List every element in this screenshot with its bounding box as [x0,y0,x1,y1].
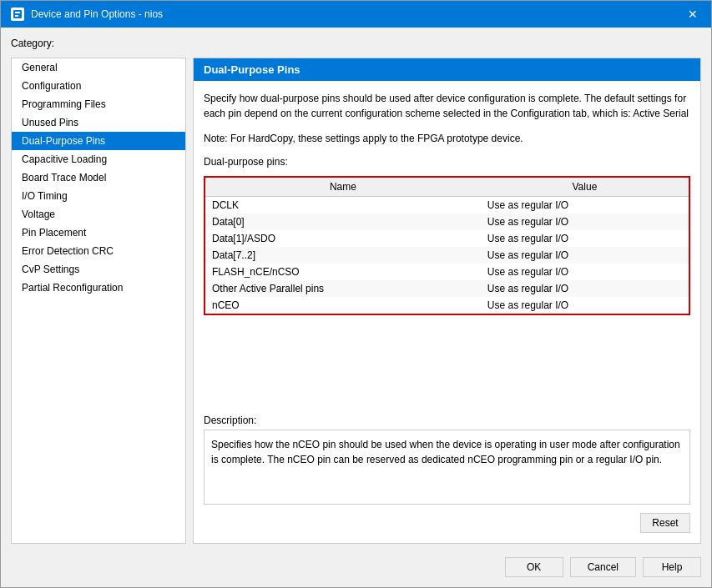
sidebar-item-voltage[interactable]: Voltage [12,205,185,224]
pin-value-cell[interactable]: Use as regular I/O [481,214,689,230]
sidebar-item-error-detection-crc[interactable]: Error Detection CRC [12,242,185,260]
title-bar-left: Device and Pin Options - nios [11,8,163,21]
pin-name-cell: nCEO [205,297,481,314]
content-area: Dual-Purpose Pins Specify how dual-purpo… [193,58,701,544]
table-header-row: Name Value [205,178,689,197]
description-box: Specifies how the nCEO pin should be use… [204,430,690,505]
pin-name-cell: DCLK [205,197,481,214]
cancel-button[interactable]: Cancel [570,557,636,577]
reset-button[interactable]: Reset [640,513,690,533]
sidebar-item-general[interactable]: General [12,58,185,77]
panel-body: Specify how dual-purpose pins should be … [194,81,700,543]
sidebar-item-configuration[interactable]: Configuration [12,77,185,95]
sidebar-item-programming-files[interactable]: Programming Files [12,95,185,113]
help-button[interactable]: Help [643,557,701,577]
window-title: Device and Pin Options - nios [31,8,163,20]
table-row[interactable]: FLASH_nCE/nCSOUse as regular I/O [205,264,689,280]
spacer [204,324,690,406]
close-button[interactable]: ✕ [684,6,701,23]
sidebar-item-partial-reconfiguration[interactable]: Partial Reconfiguration [12,279,185,297]
table-body: DCLKUse as regular I/OData[0]Use as regu… [205,197,689,314]
table-row[interactable]: Data[1]/ASDOUse as regular I/O [205,230,689,247]
ok-button[interactable]: OK [505,557,563,577]
table-row[interactable]: Data[0]Use as regular I/O [205,214,689,230]
pin-value-cell[interactable]: Use as regular I/O [481,297,689,314]
sidebar-item-capacitive-loading[interactable]: Capacitive Loading [12,150,185,168]
sidebar-item-cvp-settings[interactable]: CvP Settings [12,260,185,279]
sidebar-item-io-timing[interactable]: I/O Timing [12,187,185,205]
pin-name-cell: Data[1]/ASDO [205,230,481,247]
pin-value-cell[interactable]: Use as regular I/O [481,230,689,247]
svg-rect-1 [15,12,20,13]
description-section: Description: Specifies how the nCEO pin … [204,415,690,505]
svg-rect-0 [13,10,22,18]
pin-name-cell: Data[7..2] [205,247,481,264]
note-text: Note: For HardCopy, these settings apply… [204,133,690,144]
app-icon [11,8,24,21]
sidebar-item-unused-pins[interactable]: Unused Pins [12,113,185,132]
title-bar: Device and Pin Options - nios ✕ [1,1,711,28]
pin-name-cell: Other Active Parallel pins [205,280,481,297]
main-content: GeneralConfigurationProgramming FilesUnu… [11,58,701,544]
sidebar: GeneralConfigurationProgramming FilesUnu… [11,58,186,544]
pin-name-cell: Data[0] [205,214,481,230]
table-row[interactable]: DCLKUse as regular I/O [205,197,689,214]
description-text: Specify how dual-purpose pins should be … [204,91,690,121]
table-row[interactable]: Other Active Parallel pinsUse as regular… [205,280,689,297]
panel-header: Dual-Purpose Pins [194,58,700,81]
dual-purpose-label: Dual-purpose pins: [204,156,690,168]
pin-value-cell[interactable]: Use as regular I/O [481,247,689,264]
pins-table: Name Value DCLKUse as regular I/OData[0]… [205,178,689,314]
table-row[interactable]: nCEOUse as regular I/O [205,297,689,314]
footer: OK Cancel Help [11,552,701,577]
pin-value-cell[interactable]: Use as regular I/O [481,264,689,280]
main-window: Device and Pin Options - nios ✕ Category… [0,0,712,588]
window-body: Category: GeneralConfigurationProgrammin… [1,28,711,587]
sidebar-item-dual-purpose-pins[interactable]: Dual-Purpose Pins [12,132,185,150]
category-label: Category: [11,38,701,49]
reset-row: Reset [204,513,690,533]
pins-table-container: Name Value DCLKUse as regular I/OData[0]… [204,176,690,315]
description-section-label: Description: [204,415,690,426]
pin-value-cell[interactable]: Use as regular I/O [481,197,689,214]
pin-name-cell: FLASH_nCE/nCSO [205,264,481,280]
pin-value-cell[interactable]: Use as regular I/O [481,280,689,297]
sidebar-item-board-trace-model[interactable]: Board Trace Model [12,168,185,187]
table-row[interactable]: Data[7..2]Use as regular I/O [205,247,689,264]
svg-rect-2 [15,15,18,17]
sidebar-item-pin-placement[interactable]: Pin Placement [12,224,185,242]
content-panel: Dual-Purpose Pins Specify how dual-purpo… [193,58,701,544]
col-name-header: Name [205,178,481,197]
col-value-header: Value [481,178,689,197]
